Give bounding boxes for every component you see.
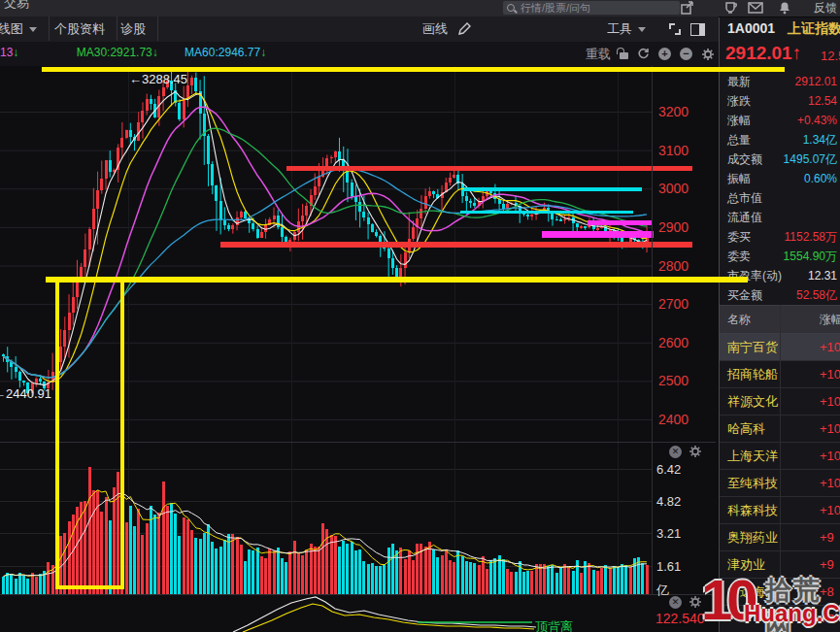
tab-stock-info[interactable]: 个股资料 — [43, 17, 118, 41]
cup-icon[interactable] — [722, 1, 738, 15]
quote-row[interactable]: 涨跌 12.54 — [720, 91, 840, 111]
quote-row[interactable]: 总市值 — [720, 188, 840, 208]
column-divider — [780, 305, 781, 632]
svg-text:3100: 3100 — [658, 143, 689, 158]
quote-label: 市盈率(动) — [727, 266, 782, 285]
quote-row[interactable]: 流通值 — [720, 208, 840, 227]
quote-row[interactable]: 涨幅 +0.43% — [720, 111, 840, 130]
quote-rows: 最新 2912.01涨跌 12.54涨幅 +0.43%总量 1.34亿成交额 1… — [720, 72, 840, 305]
svg-text:←2440.91: ←2440.91 — [0, 386, 51, 401]
indicator-pane-gear-icon[interactable] — [689, 595, 702, 609]
stock-name: 津劝业 — [727, 551, 765, 578]
unlock-icon[interactable] — [620, 52, 628, 59]
search-icon — [507, 4, 515, 12]
svg-text:2900: 2900 — [658, 219, 689, 235]
zoom-in-icon[interactable]: + — [658, 48, 671, 60]
up-arrow-icon: ↑ — [792, 43, 802, 63]
svg-text:←3288.45: ←3288.45 — [129, 72, 187, 86]
close-pane-icon[interactable]: ✕ — [669, 596, 682, 609]
down-arrow-icon: ↓ — [152, 46, 158, 59]
quote-header[interactable]: 1A0001 上证指数 — [720, 17, 840, 42]
mail-icon[interactable] — [748, 1, 763, 15]
layout-panel-icon[interactable] — [690, 23, 705, 36]
close-pane-icon[interactable]: ✕ — [669, 446, 682, 458]
svg-text:顶背离: 顶背离 — [535, 619, 573, 632]
volume-pane-gear-icon[interactable] — [689, 445, 702, 458]
chevron-down-icon — [29, 27, 37, 32]
quote-label: 成交额 — [727, 150, 762, 169]
quote-label: 涨幅 — [727, 111, 751, 130]
stock-name: 科森科技 — [727, 497, 778, 523]
svg-text:3200: 3200 — [658, 104, 689, 119]
index-code: 1A0001 — [727, 20, 775, 36]
quote-row[interactable]: 总量 1.34亿 — [720, 130, 840, 150]
fullscreen-icon[interactable] — [669, 23, 681, 35]
annotation-yellow-rect[interactable] — [55, 277, 124, 589]
bell-icon[interactable] — [777, 1, 792, 15]
reload-button[interactable]: 重载 — [586, 46, 611, 63]
ma30-label: MA30:2921.73 — [77, 46, 152, 59]
quote-row[interactable]: 振幅 0.60% — [720, 169, 840, 188]
svg-text:122.540: 122.540 — [655, 611, 705, 626]
stock-name: 哈高科 — [727, 416, 765, 442]
annotation-yellow-hline-mid[interactable] — [46, 277, 748, 283]
quote-row[interactable]: 买金额 52.58亿 — [720, 285, 840, 305]
quote-value: 12.54 — [808, 91, 837, 111]
quote-value: 2912.01 — [795, 72, 837, 91]
stock-change: +9 — [820, 551, 834, 578]
down-arrow-icon: ↓ — [260, 46, 266, 59]
down-arrow-icon: ↓ — [13, 46, 18, 59]
svg-text:2800: 2800 — [658, 258, 689, 274]
stock-change: +10 — [820, 443, 840, 469]
last-price: 2912.01↑ — [725, 43, 801, 64]
quote-row[interactable]: 最新 2912.01 — [720, 72, 840, 91]
draw-line-button[interactable]: 画线 — [422, 20, 448, 38]
col-change: 涨幅 — [820, 306, 840, 333]
quote-row[interactable]: 市盈率(动) 12.31 — [720, 266, 840, 285]
quote-label: 委买 — [727, 227, 751, 247]
quote-value: 0.60% — [804, 169, 837, 188]
stock-name: 至纯科技 — [727, 470, 778, 496]
price-row: 2912.01↑ 12.54 — [720, 42, 840, 66]
annotation-yellow-hline-top[interactable] — [42, 67, 785, 72]
stock-name: 招商轮船 — [727, 361, 778, 387]
zoom-out-icon[interactable]: − — [680, 48, 692, 60]
quote-value: 1554.90万 — [784, 247, 837, 266]
stock-change: +9 — [820, 524, 834, 550]
tools-menu[interactable]: 工具 — [607, 20, 646, 38]
pencil-icon[interactable] — [457, 22, 471, 36]
quote-panel: 1A0001 上证指数 2912.01↑ 12.54 最新 2912.01涨跌 … — [719, 17, 840, 632]
share-icon[interactable] — [680, 1, 695, 15]
index-name: 上证指数 — [788, 20, 840, 38]
ma60-label: MA60:2946.77 — [185, 46, 260, 59]
quote-label: 委卖 — [727, 247, 751, 266]
quote-row[interactable]: 成交额 1495.07亿 — [720, 150, 840, 169]
quote-value: 1.34亿 — [803, 130, 837, 150]
chart-toolbar: K线图 个股资料 诊股 画线 工具 — [0, 17, 719, 43]
feedback-link[interactable]: 反馈 — [814, 0, 837, 17]
svg-text:4.82: 4.82 — [656, 494, 681, 509]
stock-name: 祥源文化 — [727, 388, 778, 415]
quote-label: 总市值 — [727, 188, 762, 208]
stock-change: +10 — [820, 470, 840, 496]
refresh-icon[interactable] — [637, 48, 650, 60]
stock-change: +10 — [820, 334, 840, 360]
chevron-down-icon — [638, 27, 646, 32]
quote-label: 买金额 — [727, 285, 762, 305]
ma10-label: 13 — [0, 46, 13, 59]
search-input[interactable] — [519, 1, 668, 15]
tab-diagnose[interactable]: 诊股 — [109, 17, 158, 41]
stock-name: 奥翔药业 — [727, 524, 778, 550]
stock-change: +10 — [820, 497, 840, 523]
quote-value: 1152.58万 — [785, 227, 838, 247]
quote-label: 总量 — [727, 130, 751, 150]
quote-row[interactable]: 委买 1152.58万 — [720, 227, 840, 247]
quote-row[interactable]: 委卖 1554.90万 — [720, 247, 840, 266]
quote-label: 振幅 — [727, 169, 751, 188]
stock-change: +8 — [820, 579, 834, 605]
settings-gear-icon[interactable] — [701, 48, 715, 61]
ma-label-bar: 13↓ MA30:2921.73↓ MA60:2946.77↓ 重载 + − — [0, 42, 719, 66]
ranking-table: 名称 涨幅 南宁百货 +10招商轮船 +10祥源文化 +10哈高科 +10上海天… — [720, 305, 840, 632]
search-box[interactable] — [503, 1, 680, 15]
stock-name: 中远海能 — [727, 579, 778, 605]
